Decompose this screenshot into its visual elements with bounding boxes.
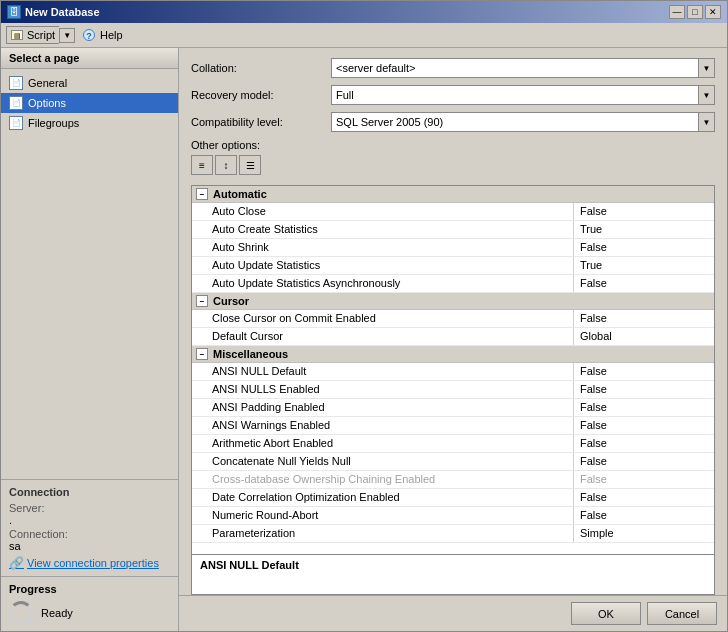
script-button[interactable]: ▤ Script — [6, 26, 59, 44]
footer-area: OK Cancel — [179, 595, 727, 631]
option-name-cross-db: Cross-database Ownership Chaining Enable… — [192, 471, 574, 488]
option-row-arith-abort[interactable]: Arithmetic Abort Enabled False — [192, 435, 714, 453]
help-button[interactable]: ? Help — [77, 26, 129, 44]
option-name-auto-close: Auto Close — [192, 203, 574, 220]
option-name-close-cursor: Close Cursor on Commit Enabled — [192, 310, 574, 327]
option-row-parameterization[interactable]: Parameterization Simple — [192, 525, 714, 543]
option-value-ansi-nulls: False — [574, 381, 714, 398]
option-row-auto-update-stats[interactable]: Auto Update Statistics True — [192, 257, 714, 275]
cancel-button[interactable]: Cancel — [647, 602, 717, 625]
option-value-auto-close: False — [574, 203, 714, 220]
misc-section-header: − Miscellaneous — [192, 346, 714, 363]
description-area: ANSI NULL Default — [192, 554, 714, 594]
option-value-cross-db: False — [574, 471, 714, 488]
progress-spinner — [9, 601, 33, 625]
option-value-ansi-null-default: False — [574, 363, 714, 380]
sidebar-item-filegroups[interactable]: 📄 Filegroups — [1, 113, 178, 133]
sidebar-header: Select a page — [1, 48, 178, 69]
misc-expand-icon[interactable]: − — [196, 348, 208, 360]
collation-row: Collation: <server default> ▼ — [191, 58, 715, 78]
option-row-cross-db: Cross-database Ownership Chaining Enable… — [192, 471, 714, 489]
sidebar-item-label-options: Options — [28, 97, 66, 109]
option-name-ansi-null-default: ANSI NULL Default — [192, 363, 574, 380]
window-icon: 🗄 — [7, 5, 21, 19]
recovery-arrow[interactable]: ▼ — [698, 86, 714, 104]
option-value-auto-shrink: False — [574, 239, 714, 256]
maximize-button[interactable]: □ — [687, 5, 703, 19]
option-value-auto-create-stats: True — [574, 221, 714, 238]
close-button[interactable]: ✕ — [705, 5, 721, 19]
option-value-ansi-padding: False — [574, 399, 714, 416]
options-view-button[interactable]: ☰ — [239, 155, 261, 175]
option-row-auto-create-stats[interactable]: Auto Create Statistics True — [192, 221, 714, 239]
option-value-date-corr: False — [574, 489, 714, 506]
main-content: Select a page 📄 General 📄 Options 📄 File… — [1, 48, 727, 631]
option-row-auto-close[interactable]: Auto Close False — [192, 203, 714, 221]
right-panel: Collation: <server default> ▼ Recovery m… — [179, 48, 727, 631]
view-connection-link[interactable]: 🔗 View connection properties — [9, 556, 170, 570]
sort-az-button[interactable]: ≡ — [191, 155, 213, 175]
option-row-date-corr[interactable]: Date Correlation Optimization Enabled Fa… — [192, 489, 714, 507]
automatic-expand-icon[interactable]: − — [196, 188, 208, 200]
connection-value: sa — [9, 540, 21, 552]
progress-status: Ready — [41, 607, 73, 619]
option-row-ansi-warnings[interactable]: ANSI Warnings Enabled False — [192, 417, 714, 435]
progress-section: Progress Ready — [1, 576, 178, 631]
sidebar-item-general[interactable]: 📄 General — [1, 73, 178, 93]
recovery-dropdown[interactable]: Full ▼ — [331, 85, 715, 105]
option-row-ansi-null-default[interactable]: ANSI NULL Default False — [192, 363, 714, 381]
ok-button[interactable]: OK — [571, 602, 641, 625]
server-label: Server: — [9, 502, 44, 514]
server-value: . — [9, 514, 12, 526]
options-grid: − Automatic Auto Close False Auto Create… — [191, 185, 715, 595]
title-bar-left: 🗄 New Database — [7, 5, 100, 19]
option-row-ansi-nulls[interactable]: ANSI NULLS Enabled False — [192, 381, 714, 399]
option-name-numeric-round: Numeric Round-Abort — [192, 507, 574, 524]
option-name-date-corr: Date Correlation Optimization Enabled — [192, 489, 574, 506]
description-text: ANSI NULL Default — [200, 559, 299, 571]
option-value-concat-null: False — [574, 453, 714, 470]
connection-label: Connection: — [9, 528, 68, 540]
script-arrow[interactable]: ▼ — [59, 28, 75, 43]
sort-num-button[interactable]: ↕ — [215, 155, 237, 175]
recovery-row: Recovery model: Full ▼ — [191, 85, 715, 105]
option-row-ansi-padding[interactable]: ANSI Padding Enabled False — [192, 399, 714, 417]
option-row-close-cursor[interactable]: Close Cursor on Commit Enabled False — [192, 310, 714, 328]
option-value-numeric-round: False — [574, 507, 714, 524]
option-row-concat-null[interactable]: Concatenate Null Yields Null False — [192, 453, 714, 471]
recovery-label: Recovery model: — [191, 89, 331, 101]
option-row-default-cursor[interactable]: Default Cursor Global — [192, 328, 714, 346]
recovery-value: Full — [336, 89, 354, 101]
option-name-auto-shrink: Auto Shrink — [192, 239, 574, 256]
cursor-section-header: − Cursor — [192, 293, 714, 310]
minimize-button[interactable]: — — [669, 5, 685, 19]
cursor-expand-icon[interactable]: − — [196, 295, 208, 307]
compat-dropdown[interactable]: SQL Server 2005 (90) ▼ — [331, 112, 715, 132]
option-row-auto-update-async[interactable]: Auto Update Statistics Asynchronously Fa… — [192, 275, 714, 293]
compat-arrow[interactable]: ▼ — [698, 113, 714, 131]
sidebar-item-options[interactable]: 📄 Options — [1, 93, 178, 113]
option-name-auto-create-stats: Auto Create Statistics — [192, 221, 574, 238]
option-name-default-cursor: Default Cursor — [192, 328, 574, 345]
help-label: Help — [100, 29, 123, 41]
option-name-auto-update-async: Auto Update Statistics Asynchronously — [192, 275, 574, 292]
help-icon: ? — [83, 29, 95, 41]
script-dropdown[interactable]: ▤ Script ▼ — [6, 26, 75, 44]
options-scroll-area[interactable]: − Automatic Auto Close False Auto Create… — [192, 186, 714, 554]
option-value-ansi-warnings: False — [574, 417, 714, 434]
option-value-auto-update-async: False — [574, 275, 714, 292]
collation-dropdown[interactable]: <server default> ▼ — [331, 58, 715, 78]
connection-header: Connection — [9, 486, 170, 498]
collation-arrow[interactable]: ▼ — [698, 59, 714, 77]
option-value-close-cursor: False — [574, 310, 714, 327]
filegroups-icon: 📄 — [9, 116, 23, 130]
title-buttons: — □ ✕ — [669, 5, 721, 19]
general-icon: 📄 — [9, 76, 23, 90]
option-row-numeric-round[interactable]: Numeric Round-Abort False — [192, 507, 714, 525]
progress-header: Progress — [9, 583, 170, 595]
progress-content: Ready — [9, 601, 170, 625]
option-name-ansi-nulls: ANSI NULLS Enabled — [192, 381, 574, 398]
server-row: Server: . — [9, 502, 170, 526]
option-value-auto-update-stats: True — [574, 257, 714, 274]
option-row-auto-shrink[interactable]: Auto Shrink False — [192, 239, 714, 257]
